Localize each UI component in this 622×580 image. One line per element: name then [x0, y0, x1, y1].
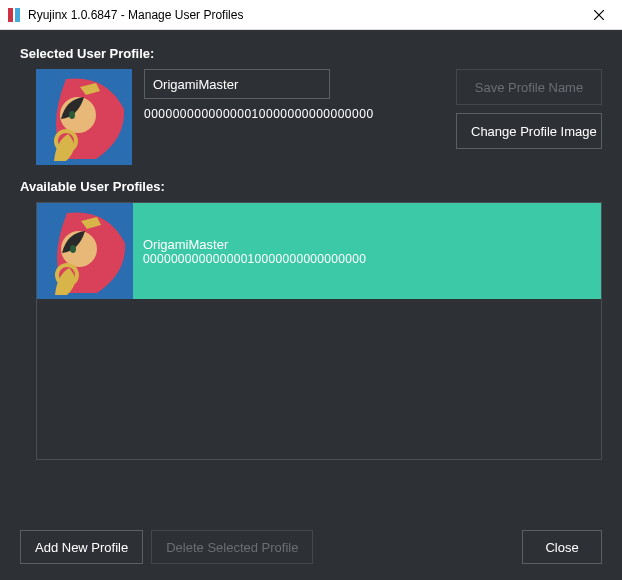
available-profiles-list[interactable]: OrigamiMaster 00000000000000010000000000… — [36, 202, 602, 460]
profile-name-input[interactable] — [144, 69, 330, 99]
profile-uid-text: 00000000000000010000000000000000 — [144, 107, 444, 121]
profile-list-item[interactable]: OrigamiMaster 00000000000000010000000000… — [37, 203, 601, 299]
footer-buttons: Add New Profile Delete Selected Profile … — [20, 514, 602, 564]
close-button[interactable]: Close — [522, 530, 602, 564]
available-profiles-label: Available User Profiles: — [20, 179, 602, 194]
window-title: Ryujinx 1.0.6847 - Manage User Profiles — [28, 8, 576, 22]
profile-item-uid: 00000000000000010000000000000000 — [143, 252, 601, 266]
svg-point-4 — [69, 111, 75, 119]
add-new-profile-button[interactable]: Add New Profile — [20, 530, 143, 564]
spacer — [321, 530, 514, 564]
profile-item-text: OrigamiMaster 00000000000000010000000000… — [133, 203, 601, 299]
profile-action-buttons: Save Profile Name Change Profile Image — [456, 69, 602, 165]
app-icon — [6, 7, 22, 23]
svg-rect-0 — [8, 8, 13, 22]
selected-profile-label: Selected User Profile: — [20, 46, 602, 61]
svg-rect-1 — [15, 8, 20, 22]
change-profile-image-button[interactable]: Change Profile Image — [456, 113, 602, 149]
titlebar: Ryujinx 1.0.6847 - Manage User Profiles — [0, 0, 622, 30]
profile-item-avatar — [37, 203, 133, 299]
svg-point-8 — [70, 245, 76, 253]
selected-profile-info: 00000000000000010000000000000000 — [144, 69, 444, 165]
selected-profile-avatar — [36, 69, 132, 165]
save-profile-name-button[interactable]: Save Profile Name — [456, 69, 602, 105]
selected-profile-row: 00000000000000010000000000000000 Save Pr… — [20, 69, 602, 165]
window-close-button[interactable] — [576, 0, 622, 30]
profile-item-name: OrigamiMaster — [143, 237, 601, 252]
close-icon — [594, 10, 604, 20]
content-area: Selected User Profile: 00000000000000010… — [0, 30, 622, 580]
delete-selected-profile-button[interactable]: Delete Selected Profile — [151, 530, 313, 564]
